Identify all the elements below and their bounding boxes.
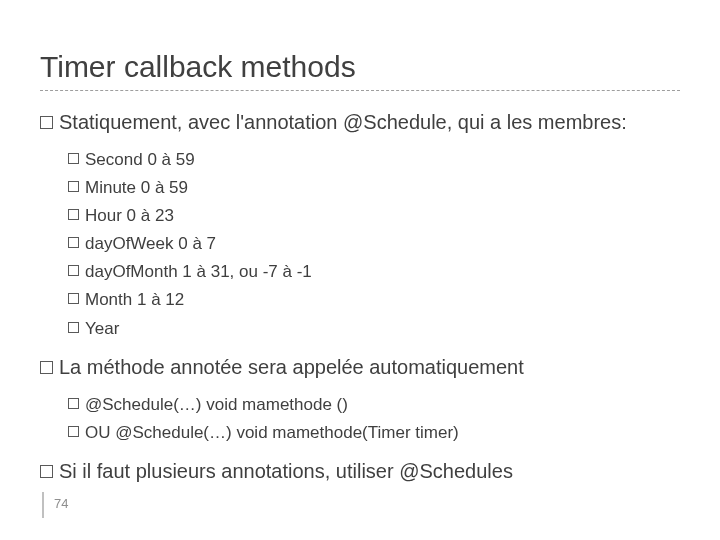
bullet-la-methode: La méthode annotée sera appelée automati…: [40, 354, 680, 380]
sub-text: Year: [85, 319, 119, 338]
bullet-icon: [68, 153, 79, 164]
slide: Timer callback methods Statiquement, ave…: [0, 0, 720, 484]
bullet-text: Si il faut plusieurs annotations, utilis…: [59, 460, 513, 482]
sub-schedule-void: @Schedule(…) void mamethode (): [68, 394, 680, 416]
page-number: 74: [42, 492, 68, 518]
bullet-text: La méthode annotée sera appelée automati…: [59, 356, 524, 378]
sub-text: Minute 0 à 59: [85, 178, 188, 197]
bullet-group-2: La méthode annotée sera appelée automati…: [40, 354, 680, 444]
sub-dayofmonth: dayOfMonth 1 à 31, ou -7 à -1: [68, 261, 680, 283]
sub-second: Second 0 à 59: [68, 149, 680, 171]
bullet-icon: [68, 209, 79, 220]
sub-text: Month 1 à 12: [85, 290, 184, 309]
bullet-icon: [68, 426, 79, 437]
bullet-statiquement: Statiquement, avec l'annotation @Schedul…: [40, 109, 680, 135]
bullet-group-3: Si il faut plusieurs annotations, utilis…: [40, 458, 680, 484]
page-number-text: 74: [54, 496, 68, 511]
sub-schedule-timer: OU @Schedule(…) void mamethode(Timer tim…: [68, 422, 680, 444]
bullet-icon: [68, 181, 79, 192]
bullet-icon: [40, 465, 53, 478]
bullet-icon: [68, 293, 79, 304]
bullet-icon: [68, 237, 79, 248]
sub-month: Month 1 à 12: [68, 289, 680, 311]
bullet-icon: [40, 116, 53, 129]
bullet-text: Statiquement, avec l'annotation @Schedul…: [59, 111, 627, 133]
sub-text: @Schedule(…) void mamethode (): [85, 395, 348, 414]
bullet-group-1: Statiquement, avec l'annotation @Schedul…: [40, 109, 680, 340]
bullet-si-plusieurs: Si il faut plusieurs annotations, utilis…: [40, 458, 680, 484]
title-divider: [40, 90, 680, 91]
bullet-icon: [40, 361, 53, 374]
sub-text: Hour 0 à 23: [85, 206, 174, 225]
sub-minute: Minute 0 à 59: [68, 177, 680, 199]
sub-dayofweek: dayOfWeek 0 à 7: [68, 233, 680, 255]
sub-hour: Hour 0 à 23: [68, 205, 680, 227]
sub-text: dayOfWeek 0 à 7: [85, 234, 216, 253]
sub-text: OU @Schedule(…) void mamethode(Timer tim…: [85, 423, 459, 442]
bullet-icon: [68, 265, 79, 276]
sub-year: Year: [68, 318, 680, 340]
page-title: Timer callback methods: [40, 50, 680, 84]
bullet-icon: [68, 322, 79, 333]
sub-text: Second 0 à 59: [85, 150, 195, 169]
sub-text: dayOfMonth 1 à 31, ou -7 à -1: [85, 262, 312, 281]
bullet-icon: [68, 398, 79, 409]
